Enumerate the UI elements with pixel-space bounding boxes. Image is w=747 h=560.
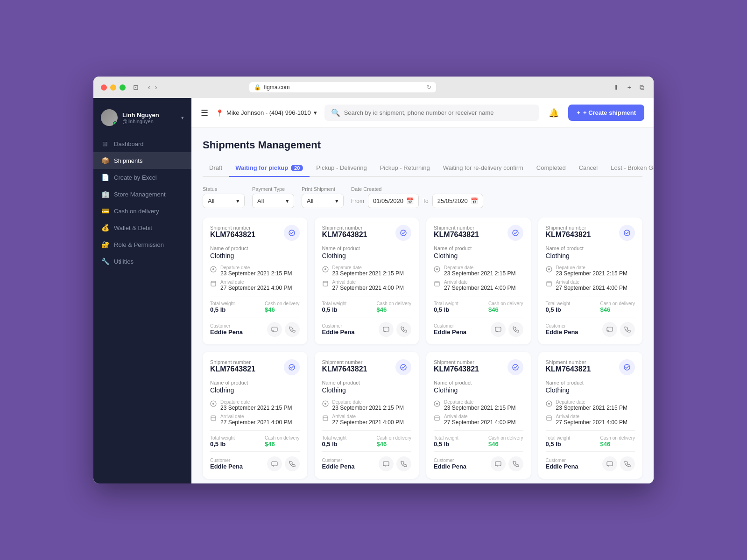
tab-draft[interactable]: Draft <box>203 160 229 177</box>
shipment-action-icon[interactable] <box>507 225 523 241</box>
weight-label: Total weight <box>434 301 458 306</box>
close-button[interactable] <box>101 84 107 91</box>
shipment-action-icon[interactable] <box>507 359 523 375</box>
tabs-button[interactable]: ⧉ <box>638 83 646 92</box>
shipment-number: KLM7643821 <box>434 365 479 373</box>
customer-name: Eddie Pena <box>434 463 466 470</box>
share-button[interactable]: ⬆ <box>612 83 621 92</box>
sidebar-item-role-permission[interactable]: 🔐 Role & Permission <box>93 236 191 253</box>
phone-button[interactable] <box>396 322 411 337</box>
customer-label: Customer <box>434 458 466 463</box>
search-input[interactable] <box>344 109 533 116</box>
product-name: Clothing <box>210 386 300 394</box>
shipment-card[interactable]: Shipment number KLM7643821 Name of produ… <box>203 352 307 479</box>
calendar-icon: 📅 <box>471 197 478 204</box>
svg-point-22 <box>212 403 214 405</box>
tab-cancel[interactable]: Cancel <box>572 160 604 177</box>
date-to-input[interactable]: 25/05/2020 📅 <box>432 194 483 208</box>
date-filter: Date Created From 01/05/2020 📅 To 25/05/… <box>351 186 483 208</box>
message-button[interactable] <box>491 322 506 337</box>
date-from-input[interactable]: 01/05/2020 📅 <box>368 194 419 208</box>
shipment-action-icon[interactable] <box>395 225 411 241</box>
utilities-icon: 🔧 <box>101 258 109 265</box>
sidebar-toggle[interactable]: ⊡ <box>131 83 141 92</box>
arrival-label: Arrival date <box>556 280 627 285</box>
store-selector[interactable]: 📍 Mike Johnson - (404) 996-1010 ▾ <box>216 109 317 117</box>
message-button[interactable] <box>379 322 394 337</box>
tab-pickup-delivering[interactable]: Pickup - Delivering <box>310 160 373 177</box>
maximize-button[interactable] <box>120 84 126 91</box>
tab-lost-broken[interactable]: Lost - Broken Goods <box>604 160 654 177</box>
cod-label: Cash on delivery <box>488 435 523 441</box>
message-button[interactable] <box>267 322 282 337</box>
status-select[interactable]: All ▾ <box>203 194 245 208</box>
phone-button[interactable] <box>620 456 635 471</box>
svg-point-2 <box>212 268 214 270</box>
tab-pickup-returning[interactable]: Pickup - Returning <box>374 160 437 177</box>
phone-button[interactable] <box>508 456 523 471</box>
new-tab-button[interactable]: + <box>626 83 633 92</box>
shipment-action-icon[interactable] <box>619 359 635 375</box>
shipment-card[interactable]: Shipment number KLM7643821 Name of produ… <box>426 352 531 479</box>
sidebar-item-cash-on-delivery[interactable]: 💳 Cash on delivery <box>93 203 191 219</box>
plus-icon: + <box>577 109 580 116</box>
create-button-label: + Create shipment <box>583 109 636 116</box>
sidebar-item-wallet-debit[interactable]: 💰 Wallet & Debit <box>93 219 191 236</box>
phone-button[interactable] <box>620 322 635 337</box>
shipment-action-icon[interactable] <box>284 225 300 241</box>
phone-button[interactable] <box>285 456 300 471</box>
customer-name: Eddie Pena <box>322 329 355 336</box>
departure-label: Depature date <box>220 265 292 270</box>
shipment-action-icon[interactable] <box>395 359 411 375</box>
message-button[interactable] <box>379 456 394 471</box>
create-shipment-button[interactable]: + + Create shipment <box>568 105 644 121</box>
phone-button[interactable] <box>285 322 300 337</box>
phone-button[interactable] <box>508 322 523 337</box>
sidebar-item-store-management[interactable]: 🏢 Store Management <box>93 186 191 203</box>
shipment-action-icon[interactable] <box>619 225 635 241</box>
sidebar-item-utilities[interactable]: 🔧 Utilities <box>93 253 191 270</box>
shipment-card[interactable]: Shipment number KLM7643821 Name of produ… <box>315 217 419 344</box>
arrival-value: 27 September 2021 4:00 PM <box>556 285 627 291</box>
shipment-card[interactable]: Shipment number KLM7643821 Name of produ… <box>538 217 643 344</box>
search-bar[interactable]: 🔍 <box>324 105 540 121</box>
cod-icon: 💳 <box>101 207 109 215</box>
tab-waiting-pickup[interactable]: Waiting for pickup 20 <box>229 160 310 177</box>
message-button[interactable] <box>602 456 617 471</box>
sidebar-item-dashboard[interactable]: ⊞ Dashboard <box>93 135 191 152</box>
print-shipment-select[interactable]: All ▾ <box>302 194 344 208</box>
address-bar[interactable]: 🔒 figma.com ↻ <box>249 82 436 92</box>
shipment-card[interactable]: Shipment number KLM7643821 Name of produ… <box>203 217 307 344</box>
phone-button[interactable] <box>396 456 411 471</box>
menu-button[interactable]: ☰ <box>201 108 208 118</box>
shipment-action-icon[interactable] <box>284 359 300 375</box>
forward-button[interactable]: › <box>153 83 159 92</box>
sidebar-item-label: Role & Permission <box>114 241 164 248</box>
back-button[interactable]: ‹ <box>146 83 152 92</box>
shipment-card[interactable]: Shipment number KLM7643821 Name of produ… <box>538 352 643 479</box>
message-button[interactable] <box>491 456 506 471</box>
payment-type-select[interactable]: All ▾ <box>252 194 294 208</box>
message-button[interactable] <box>267 456 282 471</box>
sidebar-item-label: Create by Excel <box>114 174 157 181</box>
chevron-down-icon: ▾ <box>181 115 184 121</box>
minimize-button[interactable] <box>110 84 116 91</box>
notification-button[interactable]: 🔔 <box>547 106 561 120</box>
user-profile[interactable]: Linh Nguyen @linhinguyen ▾ <box>93 105 191 135</box>
shipment-card[interactable]: Shipment number KLM7643821 Name of produ… <box>315 352 419 479</box>
date-range: From 01/05/2020 📅 To 25/05/2020 📅 <box>351 194 483 208</box>
sidebar-item-create-excel[interactable]: 📄 Create by Excel <box>93 169 191 186</box>
product-name: Clothing <box>434 386 523 394</box>
main-content: ☰ 📍 Mike Johnson - (404) 996-1010 ▾ 🔍 🔔 … <box>191 98 654 483</box>
weight-value: 0,5 lb <box>210 306 235 313</box>
sidebar-item-shipments[interactable]: 📦 Shipments <box>93 152 191 169</box>
shipment-card[interactable]: Shipment number KLM7643821 Name of produ… <box>426 217 531 344</box>
tab-completed[interactable]: Completed <box>530 160 572 177</box>
tab-waiting-redelivery[interactable]: Waiting for re-delivery confirm <box>437 160 530 177</box>
arrival-label: Arrival date <box>332 414 404 419</box>
message-button[interactable] <box>602 322 617 337</box>
weight-value: 0,5 lb <box>210 441 235 448</box>
shipment-number: KLM7643821 <box>210 231 255 239</box>
cod-value: $46 <box>377 306 411 313</box>
customer-label: Customer <box>210 458 243 463</box>
